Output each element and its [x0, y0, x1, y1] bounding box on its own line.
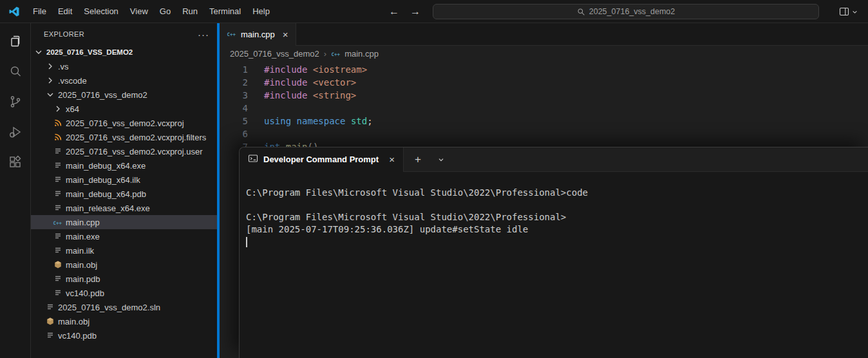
breadcrumb-label: main.cpp: [344, 49, 379, 59]
command-center-search[interactable]: 2025_0716_vss_demo2: [433, 4, 819, 19]
source-control-icon[interactable]: [0, 86, 31, 117]
menu-item-terminal[interactable]: Terminal: [203, 0, 247, 23]
tree-item-label: 2025_0716_vss_demo2.vcxproj: [66, 118, 184, 128]
tree-item[interactable]: .vscode: [31, 73, 220, 88]
tree-item[interactable]: main_release_x64.exe: [31, 201, 220, 215]
menu-item-view[interactable]: View: [124, 0, 154, 23]
tree-item-label: vc140.pdb: [66, 288, 104, 298]
tree-item[interactable]: vc140.pdb: [31, 286, 220, 300]
tab-developer-command-prompt[interactable]: Developer Command Prompt ×: [240, 147, 404, 172]
layout-toggle-icon[interactable]: [839, 6, 849, 17]
terminal-line: C:\Program Files\Microsoft Visual Studio…: [246, 187, 868, 200]
cpp-icon: C++: [53, 217, 63, 227]
svg-text:C++: C++: [332, 52, 341, 57]
tree-item-label: 2025_0716_vss_demo2.vcxproj.filters: [66, 133, 206, 142]
history-navigation: ← →: [389, 0, 420, 23]
tree-item[interactable]: 2025_0716_vss_demo2: [31, 88, 220, 102]
menu-item-run[interactable]: Run: [176, 0, 203, 23]
breadcrumb: 2025_0716_vss_demo2›C++main.cpp: [220, 46, 868, 61]
extensions-icon[interactable]: [0, 147, 31, 177]
tree-item[interactable]: .vs: [31, 59, 220, 73]
explorer-icon[interactable]: [0, 26, 31, 56]
new-terminal-button[interactable]: +: [409, 151, 427, 169]
breadcrumb-item[interactable]: C++main.cpp: [331, 48, 379, 59]
tree-item[interactable]: vc140.pdb: [31, 328, 220, 343]
search-icon[interactable]: [0, 56, 31, 86]
forward-button[interactable]: →: [410, 6, 420, 17]
close-icon[interactable]: ×: [389, 154, 395, 165]
back-button[interactable]: ←: [389, 6, 399, 17]
tree-item[interactable]: 2025_0716_vss_demo2.vcxproj: [31, 116, 220, 130]
tree-item-label: 2025_0716_vss_demo2: [58, 90, 147, 100]
terminal-line: [main 2025-07-17T09:25:36.036Z] update#s…: [246, 224, 868, 236]
explorer-sidebar: EXPLORER ··· 2025_0716_VSS_DEMO2 .vs.vsc…: [31, 23, 220, 358]
menu-item-help[interactable]: Help: [247, 0, 276, 23]
tree-item[interactable]: main.obj: [31, 258, 220, 272]
tree-item-label: main.obj: [58, 317, 90, 326]
terminal-dropdown-button[interactable]: [432, 151, 450, 169]
tree-item[interactable]: main.pdb: [31, 272, 220, 286]
breadcrumb-label: 2025_0716_vss_demo2: [230, 49, 319, 59]
tree-item-label: x64: [66, 104, 79, 114]
terminal-cursor-line: [246, 236, 868, 249]
terminal-icon: [248, 153, 258, 165]
code-line: 2#include <vector>: [220, 76, 868, 89]
search-value: 2025_0716_vss_demo2: [589, 7, 675, 16]
rss-icon: [53, 118, 63, 128]
more-actions-button[interactable]: ···: [198, 29, 209, 40]
menu-item-go[interactable]: Go: [154, 0, 176, 23]
breadcrumb-separator: ›: [324, 49, 326, 59]
editor-tab-bar: C++ main.cpp ×: [220, 23, 868, 46]
tree-item[interactable]: main.obj: [31, 314, 220, 328]
terminal-output[interactable]: C:\Program Files\Microsoft Visual Studio…: [240, 172, 868, 249]
terminal-cursor: [246, 237, 247, 247]
run-debug-icon[interactable]: [0, 117, 31, 147]
line-number: 3: [220, 90, 248, 100]
tree-item[interactable]: 2025_0716_vss_demo2.sln: [31, 300, 220, 314]
tree-item[interactable]: main_debug_x64.pdb: [31, 187, 220, 201]
tree-item-label: main.ilk: [66, 246, 94, 256]
vscode-logo-icon: [8, 5, 22, 18]
tree-item[interactable]: C++main.cpp: [31, 215, 220, 229]
cpp-file-icon: C++: [331, 48, 341, 59]
tree-item[interactable]: x64: [31, 102, 220, 116]
breadcrumb-item[interactable]: 2025_0716_vss_demo2: [230, 49, 319, 59]
search-icon: [577, 8, 585, 16]
chevron-down-icon[interactable]: [851, 8, 859, 16]
tree-item[interactable]: main_debug_x64.exe: [31, 158, 220, 173]
tree-item-label: main.exe: [66, 232, 100, 241]
menu-bar: FileEditSelectionViewGoRunTerminalHelp: [27, 0, 276, 23]
menu-item-edit[interactable]: Edit: [52, 0, 78, 23]
tree-item-label: .vs: [58, 62, 69, 71]
explorer-tree: .vs.vscode2025_0716_vss_demo2x642025_071…: [31, 59, 220, 343]
sidebar-sash[interactable]: [217, 23, 220, 358]
chevron-right-icon: [45, 75, 55, 86]
code-text: #include <string>: [264, 90, 356, 100]
file-icon: [45, 302, 55, 312]
menu-item-file[interactable]: File: [27, 0, 52, 23]
activity-bar: [0, 23, 31, 358]
tab-label: main.cpp: [241, 30, 275, 39]
tree-item[interactable]: 2025_0716_vss_demo2.vcxproj.user: [31, 144, 220, 158]
tree-item[interactable]: main.exe: [31, 229, 220, 243]
tree-item-label: main_debug_x64.pdb: [66, 189, 146, 199]
rss-icon: [53, 132, 63, 142]
file-icon: [53, 174, 63, 185]
tree-root-folder[interactable]: 2025_0716_VSS_DEMO2: [31, 45, 220, 59]
tab-main-cpp[interactable]: C++ main.cpp ×: [220, 23, 296, 46]
tree-item[interactable]: main_debug_x64.ilk: [31, 173, 220, 187]
close-icon[interactable]: ×: [283, 29, 288, 40]
tree-item-label: main_release_x64.exe: [66, 203, 150, 213]
tree-item-label: vc140.pdb: [58, 331, 97, 341]
tree-item[interactable]: 2025_0716_vss_demo2.vcxproj.filters: [31, 130, 220, 144]
menu-item-selection[interactable]: Selection: [78, 0, 124, 23]
line-number: 4: [220, 103, 248, 113]
tree-item[interactable]: main.ilk: [31, 243, 220, 258]
tree-item-label: 2025_0716_vss_demo2.sln: [58, 303, 160, 312]
code-text: #include <iostream>: [264, 64, 367, 75]
code-text: using namespace std;: [264, 116, 373, 126]
cpp-file-icon: C++: [227, 28, 237, 41]
tree-item-label: main.obj: [66, 260, 97, 270]
svg-text:C++: C++: [53, 220, 62, 226]
code-area[interactable]: 1#include <iostream>2#include <vector>3#…: [220, 61, 868, 153]
